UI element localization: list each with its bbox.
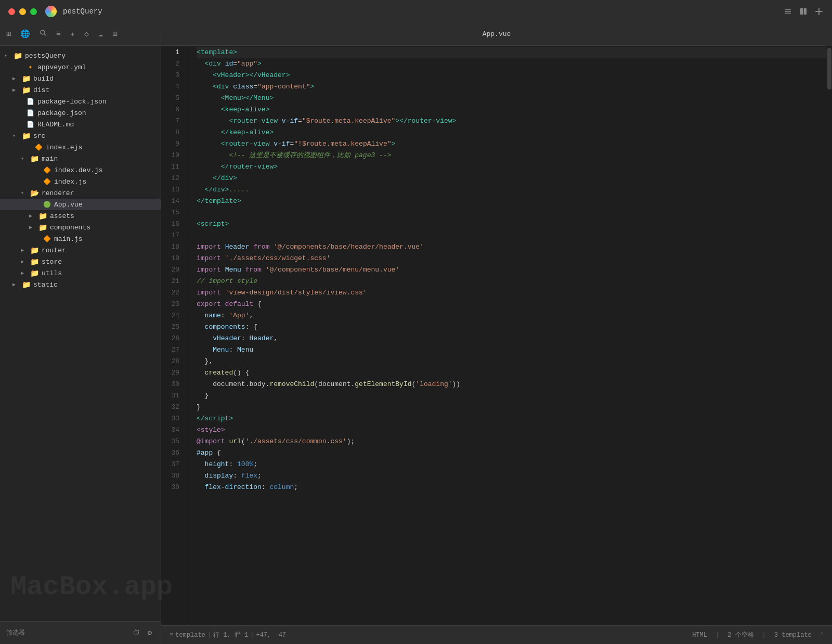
status-cursor: +47, -47 [256,632,286,639]
line-number-10: 10 [161,150,179,161]
sidebar-item-index-js[interactable]: 🔶 index.js [0,176,161,187]
arrow-assets: ▶ [29,213,37,219]
close-button[interactable] [8,8,15,15]
code-line-5: <Menu></Menu> [197,93,832,104]
svg-rect-1 [785,11,791,12]
sidebar-item-build[interactable]: ▶ 📁 build [0,73,161,84]
code-line-21: // import style [197,276,832,287]
scroll-track[interactable] [827,46,832,625]
label-package-lock: package-lock.json [37,98,107,106]
code-content[interactable]: <template> <div id="app"> <vHeader></vHe… [188,46,832,625]
sidebar-item-router[interactable]: ▶ 📁 router [0,244,161,256]
sidebar-item-pestsquery[interactable]: ▾ 📁 pestsQuery [0,50,161,61]
file-icon-index-js: 🔶 [42,177,52,186]
title-bar: pestQuery [0,0,832,23]
sidebar-icon-diamond[interactable]: ◇ [84,29,89,39]
sidebar-item-package-lock[interactable]: 📄 package-lock.json [0,96,161,107]
status-sep1: | [207,632,211,639]
sidebar-icon-panel[interactable]: ⊞ [6,29,11,39]
sidebar-icon-search[interactable] [40,29,47,39]
code-line-30: document.body.removeChild(document.getEl… [197,379,832,390]
line-number-32: 32 [161,402,179,413]
code-line-19: import './assets/css/widget.scss' [197,253,832,264]
svg-line-8 [45,34,46,36]
sidebar-item-readme[interactable]: 📄 README.md [0,119,161,130]
add-icon[interactable] [814,7,824,16]
code-line-10: <!-- 这里是不被缓存的视图组件，比如 page3 --> [197,150,832,161]
sidebar-item-assets[interactable]: ▶ 📁 assets [0,210,161,222]
file-tree: ▾ 📁 pestsQuery 🔸 appveyor.yml ▶ 📁 build … [0,46,161,621]
sidebar-item-store[interactable]: ▶ 📁 store [0,256,161,267]
status-indent[interactable]: 2 个空格 [727,630,753,639]
sidebar-item-components[interactable]: ▶ 📁 components [0,222,161,233]
label-components: components [50,224,90,231]
sidebar-item-renderer[interactable]: ▾ 📂 renderer [0,187,161,199]
layout-icon[interactable] [799,7,808,16]
status-language[interactable]: HTML [692,632,707,639]
folder-icon-src: 📁 [21,132,31,140]
arrow-renderer: ▾ [21,190,29,196]
sidebar-item-static[interactable]: ▶ 📁 static [0,279,161,290]
label-pestsquery: pestsQuery [25,52,66,60]
sidebar-item-appveyor[interactable]: 🔸 appveyor.yml [0,61,161,73]
sidebar-item-index-ejs[interactable]: 🔶 index.ejs [0,141,161,153]
app-title: pestQuery [63,7,102,16]
sidebar-icon-star[interactable]: ✦ [70,29,75,39]
code-line-8: </keep-alive> [197,127,832,138]
clock-icon[interactable]: ⏱ [132,628,141,638]
sidebar-item-main[interactable]: ▾ 📁 main [0,153,161,164]
line-number-1: 1 [161,47,179,58]
sidebar-item-src[interactable]: ▾ 📁 src [0,130,161,141]
minimize-button[interactable] [19,8,26,15]
status-sep3: | [716,632,719,639]
code-line-17 [197,230,832,241]
sidebar-icon-globe[interactable]: 🌐 [20,29,30,39]
sidebar-item-app-vue[interactable]: 🟢 App.vue [0,199,161,210]
label-index-js: index.js [54,178,86,186]
sidebar-icon-cloud[interactable]: ☁ [98,29,103,39]
editor-area: App.vue 12345678910111213141516171819202… [161,23,832,644]
status-left: ≡ template | 行 1, 栏 1 | +47, -47 [170,630,286,639]
editor-tab-app-vue[interactable]: App.vue [483,30,511,38]
sidebar-item-main-js[interactable]: 🔶 main.js [0,233,161,244]
folder-icon-pestsquery: 📁 [12,51,23,60]
label-package-json: package.json [37,109,86,117]
folder-icon-dist: 📁 [21,86,31,94]
code-line-31: } [197,390,832,402]
line-number-11: 11 [161,161,179,173]
app-icon [45,6,57,17]
file-icon-readme: 📄 [25,120,35,128]
sidebar-item-package-json[interactable]: 📄 package.json [0,107,161,119]
scroll-thumb[interactable] [827,48,831,89]
line-number-13: 13 [161,184,179,196]
arrow-src: ▾ [12,133,21,139]
maximize-button[interactable] [30,8,37,15]
line-number-20: 20 [161,264,179,276]
code-line-3: <vHeader></vHeader> [197,70,832,81]
folder-icon-assets: 📁 [37,212,48,220]
tab-scrollbar [825,23,832,46]
file-icon-package-lock: 📄 [25,97,35,106]
toggle-icon[interactable] [783,7,792,16]
folder-icon-renderer: 📂 [29,189,40,197]
sidebar-item-utils[interactable]: ▶ 📁 utils [0,267,161,279]
folder-icon-router: 📁 [29,246,40,254]
line-number-30: 30 [161,379,179,390]
code-line-9: <router-view v-if="!$route.meta.keepAliv… [197,138,832,150]
label-main: main [42,155,58,163]
code-line-14: </template> [197,196,832,207]
status-sep4: | [762,632,766,639]
sidebar-icon-grid[interactable]: ⊞ [112,29,117,39]
sidebar-item-dist[interactable]: ▶ 📁 dist [0,84,161,96]
label-static: static [33,281,58,289]
sidebar-icon-list[interactable]: ≡ [56,30,61,38]
status-right: HTML | 2 个空格 | 3 template ^ [692,630,824,639]
status-symbol: template [175,632,205,639]
sidebar-item-index-dev-js[interactable]: 🔶 index.dev.js [0,164,161,176]
line-number-4: 4 [161,81,179,93]
sidebar-toolbar: ⊞ 🌐 ≡ ✦ ◇ ☁ ⊞ [0,23,161,46]
code-container: 1234567891011121314151617181920212223242… [161,46,832,625]
settings-icon[interactable]: ⚙ [145,628,154,638]
label-build: build [33,75,54,83]
folder-icon-static: 📁 [21,280,31,289]
